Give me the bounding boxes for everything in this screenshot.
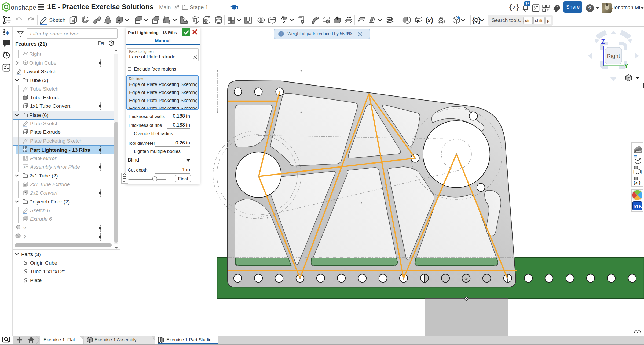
svg-text:p: p	[547, 18, 549, 23]
svg-text:Tube Extrude: Tube Extrude	[30, 95, 60, 100]
svg-text:Y: Y	[624, 63, 628, 70]
svg-text:1x1 Tube Convert: 1x1 Tube Convert	[30, 103, 71, 109]
svg-text:x: x	[427, 17, 431, 23]
svg-text:Assembly mirror Plate: Assembly mirror Plate	[30, 164, 80, 170]
svg-text:Extrude 6: Extrude 6	[30, 216, 52, 222]
svg-text:Plate: Plate	[30, 277, 42, 283]
svg-text:2x1 Tube Extrude: 2x1 Tube Extrude	[30, 181, 70, 187]
svg-text:}: }	[478, 16, 481, 24]
svg-text:Parts (3): Parts (3)	[21, 251, 41, 257]
svg-text:Layout Sketch: Layout Sketch	[24, 69, 56, 74]
svg-text:Z: Z	[601, 38, 605, 45]
svg-text:Right: Right	[607, 53, 620, 59]
svg-text:Origin Cube: Origin Cube	[30, 260, 57, 266]
svg-text:Features (21): Features (21)	[15, 41, 47, 47]
svg-text:2x1 Tube (2): 2x1 Tube (2)	[29, 173, 58, 179]
svg-text:): )	[431, 16, 433, 24]
svg-text:MK: MK	[634, 203, 642, 209]
svg-text:Tube 1"x1"x12": Tube 1"x1"x12"	[30, 269, 65, 274]
svg-text:Sketch 6: Sketch 6	[30, 207, 50, 213]
svg-text:Sketch: Sketch	[49, 17, 65, 23]
svg-text:): )	[639, 180, 641, 185]
svg-text:Tube Sketch: Tube Sketch	[30, 86, 58, 92]
svg-text:Search tools...: Search tools...	[492, 17, 524, 23]
svg-text:Plate Sketch: Plate Sketch	[30, 121, 59, 126]
svg-text:?: ?	[23, 226, 26, 231]
svg-text:Plate Pocketing Sketch: Plate Pocketing Sketch	[30, 138, 82, 144]
svg-text:2x1 Convert: 2x1 Convert	[30, 190, 58, 196]
svg-text:Part Lightening - 13 Ribs: Part Lightening - 13 Ribs	[30, 147, 90, 153]
svg-text:}: }	[641, 169, 642, 174]
svg-text:Plate (6): Plate (6)	[29, 112, 49, 118]
svg-text:Plate Mirror: Plate Mirror	[30, 155, 57, 161]
svg-text:ctrl: ctrl	[525, 18, 530, 23]
svg-text:Tube (3): Tube (3)	[29, 77, 48, 83]
svg-text:Filter by name or type: Filter by name or type	[30, 31, 79, 36]
svg-text:Polycarb Floor (2): Polycarb Floor (2)	[29, 199, 70, 205]
svg-text:{: {	[633, 169, 635, 174]
svg-text:shift: shift	[535, 18, 543, 23]
svg-text:?: ?	[23, 234, 26, 240]
svg-text:Plate Extrude: Plate Extrude	[30, 129, 61, 135]
svg-text:Origin Cube: Origin Cube	[29, 60, 56, 66]
svg-text:(: (	[634, 180, 635, 185]
svg-text:x: x	[635, 180, 638, 185]
svg-text:Am: Am	[24, 165, 28, 169]
svg-text:Right: Right	[29, 51, 41, 57]
